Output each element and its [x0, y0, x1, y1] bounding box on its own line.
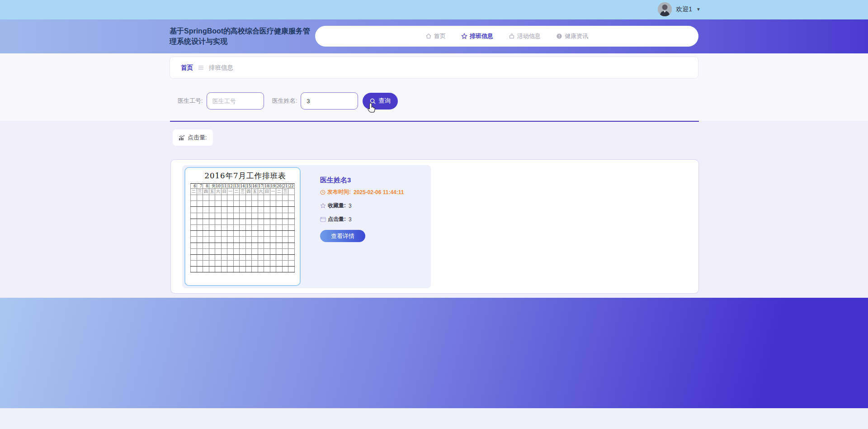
favorites-value: 3	[349, 203, 352, 209]
section-divider	[170, 121, 699, 122]
doctor-id-input[interactable]	[207, 92, 264, 110]
header: 基于SpringBoot的高校综合医疗健康服务管理系统设计与实现 首页 排班信息…	[0, 19, 868, 53]
clicks-value: 3	[349, 216, 352, 223]
doctor-info: 医生姓名3 发布时间: 2025-02-06 11:44:11 收藏量:	[320, 176, 424, 242]
nav-item-home[interactable]: 首页	[425, 32, 446, 40]
publish-time-row: 发布时间: 2025-02-06 11:44:11	[320, 188, 424, 196]
breadcrumb-separator-icon	[198, 65, 204, 70]
schedule-panel[interactable]: 2016年7月工作排班表 678910111213141516171819202…	[182, 165, 431, 288]
bottom-strip	[0, 408, 868, 429]
publish-time-value: 2025-02-06 11:44:11	[354, 189, 404, 195]
star-outline-icon	[320, 203, 326, 209]
nav-item-activity[interactable]: 活动信息	[509, 32, 541, 40]
info-icon	[556, 33, 562, 39]
search-icon	[370, 98, 376, 104]
clicks-label: 点击量:	[328, 215, 346, 223]
schedule-image[interactable]: 2016年7月工作排班表 678910111213141516171819202…	[184, 167, 301, 286]
query-button-label: 查询	[378, 97, 391, 105]
main-content: 首页 排班信息 医生工号: 医生姓名: 查询	[0, 53, 868, 298]
result-card: 2016年7月工作排班表 678910111213141516171819202…	[170, 159, 699, 294]
window-icon	[320, 217, 326, 222]
nav-label: 健康资讯	[565, 32, 588, 40]
welcome-text: 欢迎1	[676, 5, 692, 14]
site-title: 基于SpringBoot的高校综合医疗健康服务管理系统设计与实现	[170, 26, 311, 47]
user-menu[interactable]: 欢迎1 ▼	[658, 2, 701, 16]
nav-label: 活动信息	[517, 32, 541, 40]
doctor-name[interactable]: 医生姓名3	[320, 176, 424, 185]
main-nav: 首页 排班信息 活动信息 健康资讯	[315, 26, 698, 47]
query-button[interactable]: 查询	[363, 93, 398, 110]
star-icon	[461, 33, 467, 39]
avatar-person-icon	[658, 2, 672, 16]
favorites-label: 收藏量:	[328, 202, 346, 210]
clicks-filter-badge[interactable]: 点击量:	[173, 129, 213, 146]
view-detail-button[interactable]: 查看详情	[320, 230, 365, 242]
home-icon	[425, 33, 432, 39]
breadcrumb-home-link[interactable]: 首页	[181, 64, 193, 72]
nav-item-health-news[interactable]: 健康资讯	[556, 32, 588, 40]
clicks-filter-label: 点击量:	[188, 133, 207, 142]
page: 欢迎1 ▼ 基于SpringBoot的高校综合医疗健康服务管理系统设计与实现 首…	[0, 0, 868, 429]
schedule-grid: 678910111213141516171819202122二三四五六日一二三四…	[190, 183, 295, 272]
avatar[interactable]	[658, 2, 672, 16]
doctor-name-label: 医生姓名:	[272, 97, 297, 105]
chart-icon	[179, 135, 185, 141]
nav-item-schedule[interactable]: 排班信息	[461, 32, 493, 40]
search-form: 医生工号: 医生姓名: 查询	[178, 92, 398, 110]
doctor-id-label: 医生工号:	[178, 97, 203, 105]
favorites-row: 收藏量: 3	[320, 202, 424, 210]
top-bar: 欢迎1 ▼	[0, 0, 868, 19]
nav-label: 首页	[434, 32, 446, 40]
clicks-row: 点击量: 3	[320, 215, 424, 223]
breadcrumb-current: 排班信息	[209, 64, 233, 72]
clock-icon	[320, 190, 326, 195]
footer-band	[0, 298, 868, 408]
breadcrumb: 首页 排班信息	[170, 57, 698, 79]
nav-label: 排班信息	[470, 32, 493, 40]
bag-icon	[509, 33, 515, 39]
schedule-image-title: 2016年7月工作排班表	[185, 171, 300, 181]
chevron-down-icon[interactable]: ▼	[696, 7, 701, 12]
publish-label: 发布时间:	[327, 188, 351, 196]
doctor-name-input[interactable]	[301, 92, 358, 110]
